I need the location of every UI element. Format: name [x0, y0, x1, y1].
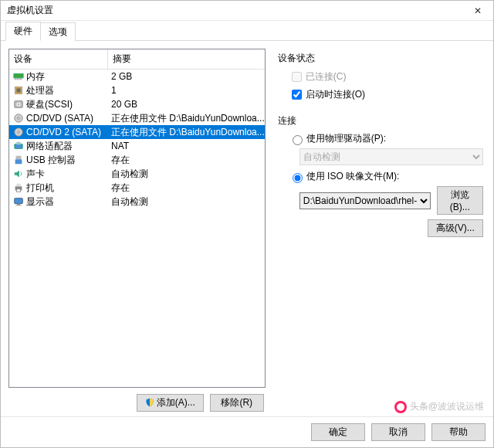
window-title: 虚拟机设置 [7, 4, 462, 17]
net-icon [12, 141, 25, 151]
svg-rect-21 [16, 184, 20, 187]
help-button[interactable]: 帮助 [431, 423, 486, 441]
disk-icon [12, 99, 25, 110]
device-row[interactable]: USB 控制器存在 [9, 153, 265, 167]
connected-label: 已连接(C) [306, 70, 347, 83]
device-summary: 20 GB [111, 97, 265, 111]
printer-icon [12, 182, 25, 193]
sound-icon [12, 168, 25, 179]
svg-rect-5 [20, 78, 21, 80]
ok-button[interactable]: 确定 [311, 423, 365, 441]
connection-title: 连接 [278, 114, 483, 127]
memory-icon [12, 71, 25, 82]
device-row[interactable]: 硬盘(SCSI)20 GB [9, 97, 265, 111]
svg-point-11 [18, 104, 19, 105]
device-summary: 自动检测 [111, 195, 265, 209]
svg-rect-4 [19, 78, 19, 80]
title-bar: 虚拟机设置 ✕ [1, 1, 493, 21]
status-title: 设备状态 [278, 52, 483, 65]
usb-icon [12, 154, 25, 165]
device-row[interactable]: 显示器自动检测 [9, 195, 265, 209]
use-iso-input[interactable] [293, 173, 303, 183]
svg-rect-18 [16, 156, 22, 159]
svg-rect-8 [16, 88, 20, 92]
iso-path-select[interactable]: D:\BaiduYunDownload\rhel- [299, 192, 431, 209]
device-summary: 正在使用文件 D:\BaiduYunDownloa... [111, 111, 265, 125]
svg-rect-1 [15, 78, 15, 80]
remove-button[interactable]: 移除(R) [210, 394, 264, 412]
device-row[interactable]: 声卡自动检测 [9, 167, 265, 181]
close-button[interactable]: ✕ [462, 1, 493, 21]
use-physical-input[interactable] [293, 135, 303, 145]
svg-rect-16 [15, 144, 23, 148]
display-icon [12, 196, 25, 207]
cancel-button[interactable]: 取消 [371, 423, 425, 441]
svg-rect-2 [16, 78, 17, 80]
svg-rect-3 [17, 78, 18, 80]
connect-on-power-label: 启动时连接(O) [306, 88, 365, 101]
device-row[interactable]: 内存2 GB [9, 70, 265, 83]
svg-point-15 [18, 131, 20, 134]
cd-icon [12, 113, 25, 124]
use-physical-radio[interactable]: 使用物理驱动器(P): [289, 132, 483, 145]
device-row[interactable]: 网络适配器NAT [9, 139, 265, 153]
cpu-icon [12, 85, 25, 96]
device-name: 显示器 [26, 195, 54, 209]
device-summary: 自动检测 [111, 167, 265, 181]
device-row[interactable]: 打印机存在 [9, 181, 265, 195]
svg-rect-17 [16, 142, 20, 145]
svg-rect-23 [15, 199, 23, 204]
shield-icon [145, 398, 154, 407]
svg-rect-6 [22, 78, 22, 80]
device-name: USB 控制器 [26, 153, 76, 167]
use-iso-radio[interactable]: 使用 ISO 映像文件(M): [289, 170, 483, 183]
device-row[interactable]: CD/DVD (SATA)正在使用文件 D:\BaiduYunDownloa..… [9, 111, 265, 125]
close-icon: ✕ [474, 5, 482, 16]
connected-checkbox: 已连接(C) [289, 70, 483, 84]
device-name: 声卡 [26, 167, 45, 181]
device-summary: 正在使用文件 D:\BaiduYunDownloa... [111, 125, 265, 139]
tab-hardware[interactable]: 硬件 [5, 22, 41, 41]
tab-options[interactable]: 选项 [40, 22, 76, 41]
device-row[interactable]: 处理器1 [9, 83, 265, 97]
svg-rect-19 [15, 159, 22, 164]
svg-rect-24 [17, 204, 20, 205]
svg-point-13 [18, 117, 20, 120]
connected-input [292, 72, 302, 82]
col-summary[interactable]: 摘要 [108, 49, 265, 69]
device-name: CD/DVD (SATA) [26, 111, 93, 125]
connect-on-power-input[interactable] [292, 90, 302, 100]
device-name: 内存 [26, 70, 45, 83]
advanced-button[interactable]: 高级(V)... [428, 219, 483, 237]
browse-button[interactable]: 浏览(B)... [437, 186, 483, 215]
device-name: 硬盘(SCSI) [26, 97, 73, 111]
physical-select: 自动检测 [299, 148, 483, 165]
col-device[interactable]: 设备 [9, 49, 108, 69]
device-summary: NAT [111, 139, 265, 153]
dialog-buttons: 确定 取消 帮助 [1, 416, 493, 447]
device-name: 网络适配器 [26, 139, 73, 153]
device-summary: 1 [111, 83, 265, 97]
device-summary: 2 GB [111, 70, 265, 83]
device-list-header: 设备 摘要 [9, 49, 265, 70]
tab-strip: 硬件 选项 [1, 21, 493, 41]
cd-icon [12, 127, 25, 137]
use-iso-label: 使用 ISO 映像文件(M): [306, 170, 400, 183]
device-list: 设备 摘要 内存2 GB处理器1硬盘(SCSI)20 GBCD/DVD (SAT… [8, 49, 266, 388]
connect-on-power-checkbox[interactable]: 启动时连接(O) [289, 87, 483, 102]
device-summary: 存在 [111, 181, 265, 195]
device-name: 打印机 [26, 181, 54, 195]
svg-rect-0 [14, 74, 23, 78]
device-row[interactable]: CD/DVD 2 (SATA)正在使用文件 D:\BaiduYunDownloa… [9, 125, 265, 139]
device-name: CD/DVD 2 (SATA) [26, 125, 101, 139]
add-button[interactable]: 添加(A)... [137, 394, 204, 412]
device-name: 处理器 [26, 83, 54, 97]
add-label: 添加(A)... [157, 397, 195, 408]
use-physical-label: 使用物理驱动器(P): [306, 132, 386, 145]
device-summary: 存在 [111, 153, 265, 167]
physical-combo: 自动检测 [299, 148, 483, 165]
svg-rect-25 [16, 205, 22, 205]
svg-rect-22 [16, 189, 20, 192]
